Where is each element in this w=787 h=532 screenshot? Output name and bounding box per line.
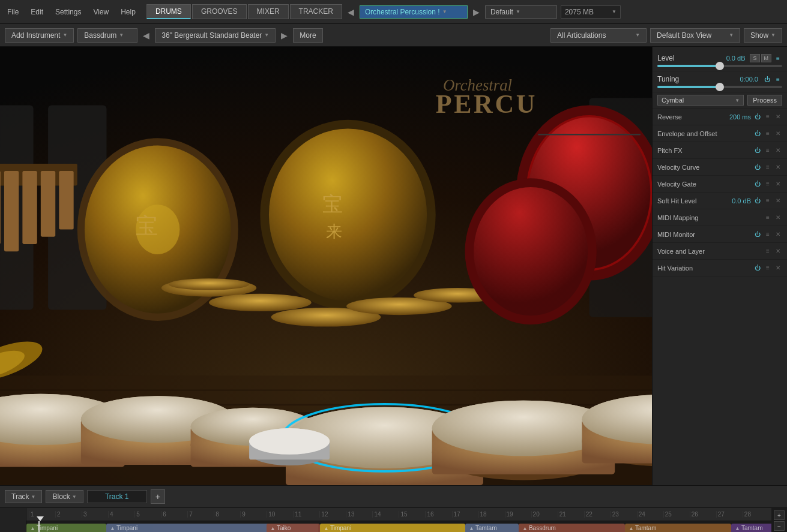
right-panel: Level 0.0 dB S M ≡ Tuning 0 — [652, 47, 787, 485]
tuning-value: 0:00.0 — [740, 76, 758, 83]
tab-mixer[interactable]: MIXER — [248, 4, 289, 19]
midi-mapping-row: MIDI Mapping ≡ ✕ — [653, 209, 787, 226]
svg-point-30 — [169, 278, 249, 290]
tracks-container[interactable]: ▲ Timpani Intro ▲ Timpani Verse ▲ Taiko … — [26, 521, 771, 532]
midi-mapping-more-icon[interactable]: ✕ — [774, 214, 782, 221]
block-b3[interactable]: ▲ Taiko Fill — [267, 524, 320, 532]
pitch-fx-expand-icon[interactable]: ≡ — [764, 147, 772, 154]
ruler-mark-7: 7 — [187, 511, 214, 518]
ruler-mark-8: 8 — [214, 511, 240, 518]
memory-display[interactable]: 2075 MB ▼ — [561, 5, 621, 19]
pitch-fx-power-icon[interactable]: ⏻ — [753, 147, 762, 154]
solo-button[interactable]: S — [750, 54, 759, 62]
box-view-selector[interactable]: Default Box View ▼ — [650, 28, 740, 43]
timeline-side: ▶ ✂ — [0, 508, 26, 532]
block-b8[interactable]: ▲ Tamtam Verse — [731, 524, 771, 532]
reverse-expand-icon[interactable]: ≡ — [764, 113, 772, 120]
tab-drums[interactable]: DRUMS — [146, 4, 191, 19]
zoom-out-button[interactable]: − — [774, 521, 785, 531]
midi-monitor-expand-icon[interactable]: ≡ — [764, 231, 772, 238]
tab-grooves[interactable]: GROOVES — [192, 4, 247, 19]
midi-mapping-expand-icon[interactable]: ≡ — [764, 214, 772, 221]
hit-variation-more-icon[interactable]: ✕ — [774, 265, 782, 271]
menu-file[interactable]: File — [5, 7, 21, 17]
tab-tracker[interactable]: TRACKER — [290, 4, 342, 19]
tuning-header: Tuning 0:00.0 ⏻ ≡ — [657, 75, 782, 83]
default-preset-selector[interactable]: Default ▼ — [485, 5, 557, 19]
track-button[interactable]: Track ▼ — [5, 490, 42, 503]
soft-hit-more-icon[interactable]: ✕ — [774, 197, 782, 204]
memory-chevron: ▼ — [612, 9, 617, 14]
pitch-fx-more-icon[interactable]: ✕ — [774, 147, 782, 154]
envelope-expand-icon[interactable]: ≡ — [764, 130, 772, 137]
ruler-mark-14: 14 — [372, 511, 399, 518]
vel-gate-expand-icon[interactable]: ≡ — [764, 181, 772, 187]
menu-edit[interactable]: Edit — [28, 7, 46, 17]
process-button[interactable]: Process — [747, 95, 782, 106]
drum-type-selector[interactable]: Bassdrum ▼ — [77, 28, 137, 43]
zoom-in-button[interactable]: + — [774, 510, 785, 520]
reverse-power-icon[interactable]: ⏻ — [753, 113, 762, 120]
track-chevron: ▼ — [31, 494, 36, 500]
block-label: Block — [52, 492, 70, 501]
svg-rect-14 — [22, 171, 37, 244]
midi-mapping-label: MIDI Mapping — [657, 214, 764, 221]
velocity-curve-row: Velocity Curve ⏻ ≡ ✕ — [653, 159, 787, 176]
tuning-expand-icon[interactable]: ≡ — [774, 76, 782, 83]
vel-gate-power-icon[interactable]: ⏻ — [753, 181, 762, 187]
soft-hit-power-icon[interactable]: ⏻ — [753, 197, 762, 204]
articulations-selector[interactable]: All Articulations ▼ — [550, 28, 647, 43]
block-button[interactable]: Block ▼ — [46, 490, 83, 503]
voice-layer-expand-icon[interactable]: ≡ — [764, 248, 772, 254]
midi-monitor-more-icon[interactable]: ✕ — [774, 231, 782, 238]
menu-help[interactable]: Help — [118, 7, 138, 17]
track-name-field[interactable]: Track 1 — [87, 490, 147, 503]
show-button[interactable]: Show ▼ — [744, 28, 782, 43]
ruler-mark-13: 13 — [346, 511, 372, 518]
reverse-more-icon[interactable]: ✕ — [774, 113, 782, 120]
add-track-button[interactable]: + — [151, 489, 165, 504]
block-title: ▲ Taiko — [270, 525, 316, 531]
ruler-mark-5: 5 — [134, 511, 161, 518]
menu-view[interactable]: View — [91, 7, 111, 17]
second-bar: Add Instrument ▼ Bassdrum ▼ ◀ 36" Berger… — [0, 24, 787, 47]
beater-next-arrow[interactable]: ▶ — [279, 31, 289, 40]
menu-settings[interactable]: Settings — [53, 7, 83, 17]
hit-variation-power-icon[interactable]: ⏻ — [753, 265, 762, 271]
level-expand-icon[interactable]: ≡ — [774, 55, 782, 62]
beater-selector[interactable]: 36" Bergerault Standard Beater ▼ — [155, 28, 276, 43]
vel-gate-more-icon[interactable]: ✕ — [774, 181, 782, 187]
vel-curve-power-icon[interactable]: ⏻ — [753, 164, 762, 170]
voice-layer-icons: ≡ ✕ — [764, 248, 782, 254]
instrument-next-arrow[interactable]: ▶ — [471, 7, 481, 17]
instrument-selector[interactable]: Orchestral Percussion ! ▼ — [360, 5, 468, 19]
block-b6[interactable]: ▲ Bassdrum Chorus — [519, 524, 625, 532]
voice-layer-more-icon[interactable]: ✕ — [774, 248, 782, 254]
midi-monitor-power-icon[interactable]: ⏻ — [753, 231, 762, 238]
add-instrument-button[interactable]: Add Instrument ▼ — [5, 28, 74, 43]
show-chevron: ▼ — [771, 32, 776, 38]
block-b1[interactable]: ▲ Timpani Intro — [26, 524, 106, 532]
level-slider[interactable] — [657, 65, 782, 67]
svg-rect-12 — [0, 171, 1, 244]
hit-variation-expand-icon[interactable]: ≡ — [764, 265, 772, 271]
envelope-power-icon[interactable]: ⏻ — [753, 130, 762, 137]
tuning-power-icon[interactable]: ⏻ — [763, 76, 771, 83]
velocity-gate-row: Velocity Gate ⏻ ≡ ✕ — [653, 176, 787, 193]
drum-type-label: Bassdrum — [84, 31, 116, 40]
svg-point-26 — [269, 128, 427, 301]
vel-curve-expand-icon[interactable]: ≡ — [764, 164, 772, 170]
block-b7[interactable]: ▲ Tamtam Fill — [625, 524, 731, 532]
instrument-prev-arrow[interactable]: ◀ — [346, 7, 356, 17]
tuning-slider[interactable] — [657, 86, 782, 88]
more-button[interactable]: More — [293, 28, 322, 43]
beater-prev-arrow[interactable]: ◀ — [141, 31, 151, 40]
mute-button[interactable]: M — [761, 54, 772, 62]
vel-curve-more-icon[interactable]: ✕ — [774, 164, 782, 170]
envelope-more-icon[interactable]: ✕ — [774, 130, 782, 137]
soft-hit-expand-icon[interactable]: ≡ — [764, 197, 772, 204]
block-b4[interactable]: ▲ Timpani Pre Chorus — [320, 524, 465, 532]
track-label: Track — [11, 492, 29, 501]
cymbal-selector[interactable]: Cymbal ▼ — [657, 95, 744, 106]
block-b5[interactable]: ▲ Tamtam Fill — [465, 524, 519, 532]
